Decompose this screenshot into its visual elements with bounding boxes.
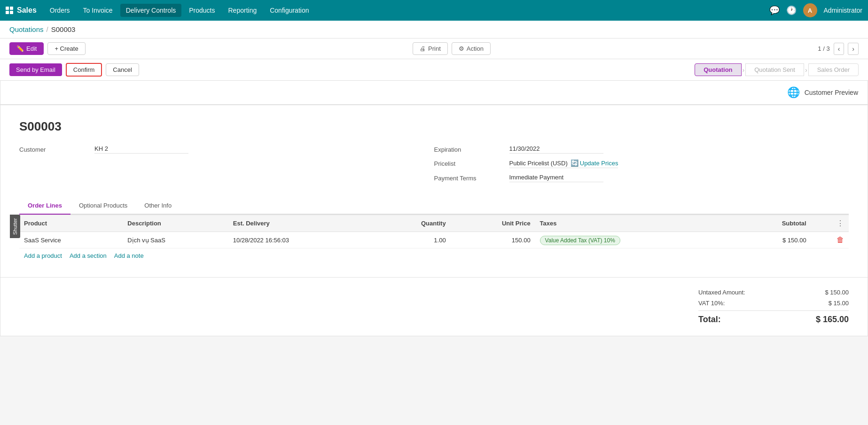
cell-quantity[interactable]: 1.00 xyxy=(374,232,450,248)
step-quotation[interactable]: Quotation xyxy=(695,63,741,76)
untaxed-row: Untaxed Amount: $ 150.00 xyxy=(698,287,849,298)
breadcrumb-current: S00003 xyxy=(51,25,76,33)
column-settings-button[interactable]: ⋮ xyxy=(837,219,844,228)
shutter-label[interactable]: Shutter xyxy=(10,215,20,238)
cell-unit-price[interactable]: 150.00 xyxy=(451,232,535,248)
col-actions: ⋮ xyxy=(811,215,849,232)
breadcrumb-parent[interactable]: Quotations xyxy=(9,25,44,33)
table-row: SaaS Service Dịch vụ SaaS 10/28/2022 16:… xyxy=(19,232,849,248)
total-label: Total: xyxy=(698,315,721,325)
send-email-button[interactable]: Send by Email xyxy=(9,63,62,76)
total-row: Total: $ 165.00 xyxy=(698,310,849,326)
edit-button[interactable]: ✏️ Edit xyxy=(9,42,44,55)
top-navigation: Sales Orders To Invoice Delivery Control… xyxy=(0,0,868,21)
tab-order-lines[interactable]: Order Lines xyxy=(19,197,70,215)
col-taxes: Taxes xyxy=(535,215,735,232)
customer-label: Customer xyxy=(19,145,94,153)
vat-label: VAT 10%: xyxy=(698,300,725,307)
payment-terms-label: Payment Terms xyxy=(434,174,509,182)
print-icon: 🖨 xyxy=(420,45,426,52)
step-arrow-2: › xyxy=(804,66,808,74)
menu-to-invoice[interactable]: To Invoice xyxy=(78,4,118,17)
menu-reporting[interactable]: Reporting xyxy=(223,4,263,17)
document-area: S00003 Customer KH 2 Expiration 11/30/20… xyxy=(0,105,868,278)
add-product-link[interactable]: Add a product xyxy=(24,252,62,259)
delete-row-button[interactable]: 🗑 xyxy=(837,236,844,244)
update-prices-link[interactable]: 🔄 Update Prices xyxy=(571,159,618,167)
confirm-button[interactable]: Confirm xyxy=(66,63,102,77)
add-links: Add a product Add a section Add a note xyxy=(19,248,849,263)
breadcrumb-separator: / xyxy=(47,25,48,33)
step-quotation-sent[interactable]: Quotation Sent xyxy=(745,63,804,76)
col-unit-price: Unit Price xyxy=(451,215,535,232)
refresh-icon: 🔄 xyxy=(571,159,579,167)
cancel-button[interactable]: Cancel xyxy=(106,63,139,76)
expiration-label: Expiration xyxy=(434,145,509,153)
col-est-delivery: Est. Delivery xyxy=(228,215,375,232)
topnav-right: 💬 🕐 A Administrator xyxy=(769,3,862,17)
col-subtotal: Subtotal xyxy=(735,215,811,232)
step-arrow-1: › xyxy=(742,66,746,74)
add-note-link[interactable]: Add a note xyxy=(114,252,144,259)
pagination: 1 / 3 xyxy=(818,45,829,52)
pricelist-label: Pricelist xyxy=(434,159,509,167)
totals-section: Untaxed Amount: $ 150.00 VAT 10%: $ 15.0… xyxy=(0,278,868,336)
cell-description[interactable]: Dịch vụ SaaS xyxy=(123,232,228,248)
payment-terms-value[interactable]: Immediate Payment xyxy=(509,174,603,182)
pricelist-value[interactable]: Public Pricelist (USD) 🔄 Update Prices xyxy=(509,159,618,168)
cell-subtotal: $ 150.00 xyxy=(735,232,811,248)
customer-preview-bar: 🌐 Customer Preview xyxy=(0,81,868,105)
status-bar: Send by Email Confirm Cancel Quotation ›… xyxy=(0,59,868,81)
print-button[interactable]: 🖨 Print xyxy=(413,42,448,55)
app-name: Sales xyxy=(17,6,37,15)
menu-configuration[interactable]: Configuration xyxy=(264,4,314,17)
cell-taxes: Value Added Tax (VAT) 10% xyxy=(535,232,735,248)
breadcrumb: Quotations / S00003 xyxy=(0,21,868,39)
app-logo[interactable]: Sales xyxy=(6,6,37,15)
col-product: Product xyxy=(19,215,123,232)
pricelist-row: Pricelist Public Pricelist (USD) 🔄 Updat… xyxy=(434,159,849,168)
vat-value: $ 15.00 xyxy=(811,300,849,307)
expiration-row: Expiration 11/30/2022 xyxy=(434,145,849,154)
untaxed-value: $ 150.00 xyxy=(811,289,849,296)
tax-badge[interactable]: Value Added Tax (VAT) 10% xyxy=(540,236,620,245)
customer-row: Customer KH 2 xyxy=(19,145,434,154)
action-bar: ✏️ Edit + Create 🖨 Print ⚙ Action 1 / 3 … xyxy=(0,39,868,59)
form-right: Expiration 11/30/2022 Pricelist Public P… xyxy=(434,145,849,188)
menu-delivery-controls[interactable]: Delivery Controls xyxy=(120,4,182,17)
chat-icon[interactable]: 💬 xyxy=(769,5,780,15)
tab-content: Shutter Product Description Est. Deliver… xyxy=(19,215,849,263)
document-number: S00003 xyxy=(19,119,849,134)
tabs-bar: Order Lines Optional Products Other Info xyxy=(19,197,849,215)
tab-other-info[interactable]: Other Info xyxy=(136,197,180,215)
next-page-button[interactable]: › xyxy=(848,43,859,55)
customer-preview-label[interactable]: Customer Preview xyxy=(805,89,858,96)
step-sales-order[interactable]: Sales Order xyxy=(808,63,859,76)
cell-delete: 🗑 xyxy=(811,232,849,248)
gear-icon: ⚙ xyxy=(459,45,464,52)
edit-icon: ✏️ xyxy=(16,45,24,52)
vat-row: VAT 10%: $ 15.00 xyxy=(698,298,849,309)
status-steps: Quotation › Quotation Sent › Sales Order xyxy=(695,63,859,76)
payment-terms-row: Payment Terms Immediate Payment xyxy=(434,174,849,182)
form-grid: Customer KH 2 Expiration 11/30/2022 Pric… xyxy=(19,145,849,188)
menu-products[interactable]: Products xyxy=(183,4,220,17)
form-left: Customer KH 2 xyxy=(19,145,434,188)
prev-page-button[interactable]: ‹ xyxy=(834,43,845,55)
col-quantity: Quantity xyxy=(374,215,450,232)
create-button[interactable]: + Create xyxy=(47,42,85,55)
cell-product[interactable]: SaaS Service xyxy=(19,232,123,248)
expiration-value[interactable]: 11/30/2022 xyxy=(509,145,603,154)
main-menu: Orders To Invoice Delivery Controls Prod… xyxy=(44,4,769,17)
menu-orders[interactable]: Orders xyxy=(44,4,76,17)
tab-optional-products[interactable]: Optional Products xyxy=(70,197,136,215)
globe-icon: 🌐 xyxy=(787,86,800,99)
untaxed-label: Untaxed Amount: xyxy=(698,289,745,296)
clock-icon[interactable]: 🕐 xyxy=(786,5,797,15)
total-value: $ 165.00 xyxy=(811,315,849,325)
customer-value[interactable]: KH 2 xyxy=(94,145,188,154)
admin-name[interactable]: Administrator xyxy=(824,7,862,14)
action-button[interactable]: ⚙ Action xyxy=(452,42,491,55)
add-section-link[interactable]: Add a section xyxy=(70,252,107,259)
avatar[interactable]: A xyxy=(803,3,817,17)
